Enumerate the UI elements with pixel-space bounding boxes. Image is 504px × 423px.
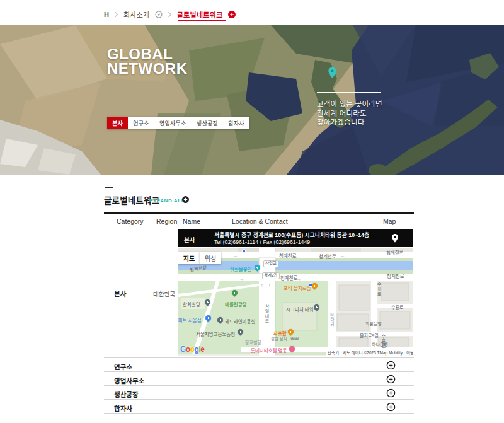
road-arrow-icon: ← (234, 253, 238, 258)
street-label: 수표로 (377, 282, 381, 297)
chevron-down-circle-icon[interactable] (155, 11, 163, 18)
poi-label-m-tower[interactable]: M타워 (329, 312, 334, 327)
chevron-right-icon (168, 11, 172, 18)
cell-region: 대한민국 (153, 289, 175, 298)
section-dash (105, 187, 113, 188)
headquarters-row: 본사 대한민국 본사 서울특별시 중구 청계천로 100(수표동) 시그니처타워… (104, 228, 414, 358)
hero-map-pin-icon (328, 67, 337, 79)
street-label: 삼일대로 (265, 304, 269, 324)
road-arrow-icon: → (366, 276, 370, 281)
map-mode-button[interactable]: 지도 (178, 252, 200, 264)
header-location-contact: Location & Contact (232, 217, 288, 225)
poi-label-hanwha-way[interactable]: 한화불꽃길 (230, 268, 252, 273)
row-sales-office[interactable]: 영업사무소 (104, 372, 414, 386)
poi-label-keb-bank[interactable]: 외환은행 (365, 322, 382, 326)
poi-label-lotte-hotel[interactable]: 롯데시티호텔 명동 (251, 349, 287, 354)
street-label: 청계천로 (279, 254, 297, 259)
tagline-line-2: 전세계 어디라도 (317, 109, 382, 119)
poi-label-labor-office[interactable]: 서울지방고용노동청 (196, 332, 235, 337)
poi-sublabel-safran: 할랄 음식 · ₩₩ (271, 337, 299, 342)
map-attribution: 단축키 지도 데이터 ©2023 TMap Mobility 이용약관 (326, 349, 413, 356)
row-label: 생산공장 (114, 390, 139, 399)
row-research-center[interactable]: 연구소 (104, 358, 414, 372)
hero-banner: GLOBAL NETWORK 고객이 있는 곳이라면 전세계 어디라도 찾아가겠… (0, 25, 504, 175)
expand-all-icon[interactable] (182, 196, 189, 203)
google-map[interactable]: 지도 위성 청계천로 청계천로 청계천로 청계천로 청계천로 청계천로 수표로 … (178, 248, 413, 356)
expand-all-button[interactable]: EXPAND ALL (149, 198, 185, 204)
row-label: 연구소 (114, 362, 132, 371)
header-map: Map (383, 217, 396, 225)
street-label: 청계천로 (280, 276, 298, 281)
street-label: 을지로9길 (360, 333, 379, 338)
poi-label-berlin-plaza[interactable]: 베를린광장 (225, 303, 247, 308)
tagline-line-3: 찾아가겠습니다 (317, 118, 382, 127)
breadcrumb-home-link[interactable]: H (104, 11, 109, 18)
road-arrow-icon: ↑ (261, 283, 263, 287)
row-label: 영업사무소 (114, 376, 144, 385)
tagline-line-1: 고객이 있는 곳이라면 (317, 100, 382, 109)
poi-label-signature-tower[interactable]: 시그니처 타워 (286, 308, 313, 313)
info-bar-address: 서울특별시 중구 청계천로 100(수표동) 시그니처타워 동관 10~14층 … (214, 232, 369, 245)
hero-tabs: 본사 연구소 영업사무소 생산공장 합자사 (107, 117, 249, 129)
header-name: Name (183, 217, 200, 225)
row-joint-venture[interactable]: 합자사 (104, 400, 414, 414)
poi-label-fourb[interactable]: 포비 을지로점 (284, 286, 311, 291)
satellite-map-image (0, 25, 504, 175)
breadcrumb-underline (178, 20, 226, 21)
tab-sales-office[interactable]: 영업사무소 (154, 117, 192, 129)
address-line: 서울특별시 중구 청계천로 100(수표동) 시그니처타워 동관 10~14층 (214, 232, 369, 239)
breadcrumb-company-link[interactable]: 회사소개 (123, 9, 150, 20)
breadcrumb-current[interactable]: 글로벌네트워크 (177, 9, 223, 20)
tab-production-plant[interactable]: 생산공장 (192, 117, 223, 129)
telfax-line: Tel (02)6961-1114 / Fax (02)6961-1449 (214, 239, 369, 246)
street-label: 수표로 (391, 305, 403, 310)
bridge-label: 삼일교 (263, 260, 278, 267)
breadcrumb: H 회사소개 글로벌네트워크 (104, 9, 236, 20)
header-region: Region (156, 217, 177, 225)
road-arrow-icon: ↑ (268, 283, 271, 287)
hero-title-line2: NETWORK (107, 60, 187, 77)
hero-tagline: 고객이 있는 곳이라면 전세계 어디라도 찾아가겠습니다 (317, 92, 382, 127)
expand-row-icon[interactable] (386, 388, 396, 398)
row-production-plant[interactable]: 생산공장 (104, 386, 414, 400)
street-label: 청계천로 (386, 250, 404, 255)
terms-link[interactable]: 이용약관 (406, 349, 413, 356)
table-header: Category Region Name Location & Contact … (104, 214, 414, 228)
road-arrow-icon: ← (341, 253, 345, 258)
tab-research-center[interactable]: 연구소 (128, 117, 154, 129)
expand-row-icon[interactable] (386, 402, 396, 412)
tab-joint-venture[interactable]: 합자사 (223, 117, 249, 129)
location-pin-icon[interactable] (391, 233, 399, 243)
tab-headquarters[interactable]: 본사 (107, 117, 128, 129)
satellite-mode-button[interactable]: 위성 (200, 252, 221, 264)
header-category: Category (117, 217, 144, 225)
poi-label-hana-bank[interactable]: 하나은행 (372, 342, 388, 347)
logo-letter: o (186, 345, 190, 354)
logo-letter: e (200, 345, 204, 354)
subway-station-icon[interactable] (242, 249, 246, 253)
network-table: Category Region Name Location & Contact … (104, 212, 414, 414)
google-logo[interactable]: Google (180, 345, 204, 354)
poi-label-emart[interactable]: 이마트 서울점 (178, 318, 201, 323)
road-arrow-icon: → (239, 277, 244, 281)
breadcrumb-expand-icon[interactable] (228, 11, 236, 18)
poi-label-janggyo-building[interactable]: 장교빌딩 (245, 340, 261, 345)
road-arrow-icon: → (297, 277, 301, 281)
poi-label-headline-salon[interactable]: 헤드라인미용실 (225, 320, 255, 325)
headquarters-info-bar: 본사 서울특별시 중구 청계천로 100(수표동) 시그니처타워 동관 10~1… (178, 229, 413, 247)
hero-title: GLOBAL NETWORK (107, 47, 187, 76)
poi-label-hanwha-building[interactable]: 한화빌딩 (183, 303, 200, 308)
logo-letter: G (180, 345, 186, 354)
expand-row-icon[interactable] (386, 374, 396, 384)
road-arrow-icon: ← (185, 276, 189, 281)
row-label: 합자사 (114, 403, 132, 413)
subway-station-icon[interactable] (309, 283, 312, 287)
info-bar-title: 본사 (184, 235, 195, 244)
shortcuts-link[interactable]: 단축키 (328, 349, 339, 356)
poi-label-safran[interactable]: 사프란 (273, 332, 287, 337)
street-label: 수표로 (381, 334, 386, 349)
expand-row-icon[interactable] (386, 361, 396, 370)
tagline-divider (317, 92, 381, 93)
map-data-text: 지도 데이터 ©2023 TMap Mobility (343, 349, 403, 356)
cell-category: 본사 (114, 289, 126, 298)
